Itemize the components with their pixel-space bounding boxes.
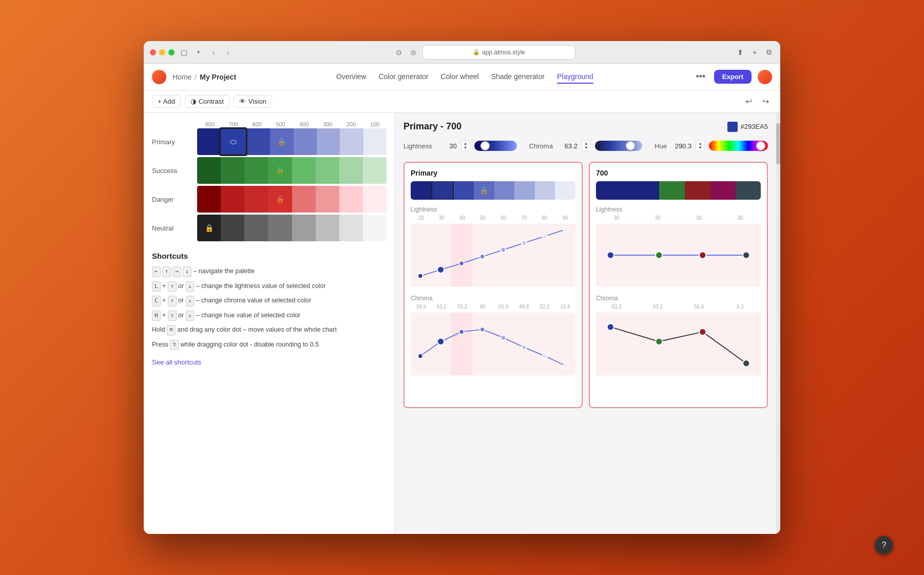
windows-icon[interactable]: ⧉ bbox=[764, 47, 774, 57]
danger-600[interactable] bbox=[244, 186, 268, 213]
maximize-button[interactable] bbox=[168, 49, 175, 55]
tab-color-wheel[interactable]: Color wheel bbox=[441, 70, 479, 84]
success-200[interactable] bbox=[339, 157, 363, 184]
minimize-button[interactable] bbox=[159, 49, 165, 55]
new-tab-icon[interactable]: + bbox=[749, 47, 760, 57]
hue-slider[interactable] bbox=[709, 141, 768, 151]
success-600[interactable] bbox=[244, 157, 268, 184]
scrollbar[interactable] bbox=[776, 113, 780, 534]
success-300[interactable] bbox=[316, 157, 339, 184]
row-label-danger: Danger bbox=[152, 196, 197, 203]
primary-500[interactable]: 🔒 bbox=[270, 128, 293, 155]
primary-400[interactable] bbox=[294, 128, 317, 155]
hue-control: Hue 290.3 ▲ ▼ bbox=[654, 140, 768, 151]
swatch-700-5[interactable] bbox=[736, 181, 761, 200]
see-all-shortcuts-link[interactable]: See all shortcuts bbox=[152, 358, 201, 366]
danger-100[interactable] bbox=[363, 186, 387, 213]
lightness-spinner[interactable]: ▲ ▼ bbox=[461, 140, 470, 151]
hue-spinner[interactable]: ▲ ▼ bbox=[696, 140, 705, 151]
redo-button[interactable]: ↪ bbox=[759, 94, 772, 108]
back-button[interactable]: ‹ bbox=[207, 46, 220, 59]
lock-icon-danger: 🔒 bbox=[276, 195, 284, 203]
primary-100[interactable] bbox=[363, 128, 387, 155]
success-500[interactable]: 🔒 bbox=[268, 157, 292, 184]
swatch-700-3[interactable] bbox=[685, 181, 710, 200]
vision-button[interactable]: 👁 Vision bbox=[234, 95, 272, 108]
export-button[interactable]: Export bbox=[714, 70, 752, 84]
success-100[interactable] bbox=[363, 157, 387, 184]
chart-panel-700: 700 Lightness 30 30 30 bbox=[589, 162, 768, 408]
address-bar[interactable]: 🔒 app.atmos.style bbox=[422, 45, 575, 60]
success-400[interactable] bbox=[292, 157, 316, 184]
danger-400[interactable] bbox=[292, 186, 316, 213]
danger-300[interactable] bbox=[316, 186, 339, 213]
avatar[interactable] bbox=[758, 70, 772, 84]
primary-700-selected[interactable]: ⬭ bbox=[219, 127, 247, 156]
neutral-400[interactable] bbox=[292, 215, 316, 241]
help-button[interactable]: ? bbox=[875, 536, 893, 554]
forward-button[interactable]: › bbox=[222, 46, 234, 59]
neutral-800[interactable]: 🔒 bbox=[197, 215, 221, 241]
danger-500[interactable]: 🔒 bbox=[268, 186, 292, 213]
neutral-700[interactable] bbox=[221, 215, 244, 241]
share-icon[interactable]: ⬆ bbox=[735, 47, 745, 57]
color-title: Primary - 700 bbox=[403, 121, 719, 132]
chroma-chart-title: Chroma bbox=[411, 295, 575, 302]
reader-icon[interactable]: ◎ bbox=[408, 47, 418, 57]
success-700[interactable] bbox=[221, 157, 244, 184]
swatch-p7[interactable] bbox=[535, 181, 555, 200]
danger-700[interactable] bbox=[221, 186, 244, 213]
tab-shade-generator[interactable]: Shade generator bbox=[491, 70, 545, 84]
swatch-p8[interactable] bbox=[555, 181, 575, 200]
chroma-down[interactable]: ▼ bbox=[584, 146, 588, 150]
chroma-thumb[interactable] bbox=[626, 141, 635, 150]
close-button[interactable] bbox=[150, 49, 156, 55]
col-label-300: 300 bbox=[316, 121, 339, 127]
contrast-button[interactable]: ◑ Contrast bbox=[185, 95, 229, 108]
row-label-primary: Primary bbox=[152, 138, 197, 146]
lock-icon-success: 🔒 bbox=[276, 166, 284, 175]
add-button[interactable]: + Add bbox=[152, 95, 181, 108]
swatch-700-2[interactable] bbox=[659, 181, 684, 200]
swatch-p2[interactable] bbox=[431, 181, 454, 200]
chroma-slider[interactable] bbox=[595, 141, 643, 151]
swatch-p5[interactable] bbox=[494, 181, 515, 200]
more-button[interactable]: ••• bbox=[694, 70, 708, 84]
scrollbar-thumb[interactable] bbox=[776, 123, 780, 164]
neutral-100[interactable] bbox=[363, 215, 387, 241]
swatch-p6[interactable] bbox=[514, 181, 535, 200]
tab-playground[interactable]: Playground bbox=[557, 70, 593, 84]
chroma-spinner[interactable]: ▲ ▼ bbox=[582, 140, 591, 151]
tab-color-generator[interactable]: Color generator bbox=[378, 70, 428, 84]
col-label-100: 100 bbox=[363, 121, 387, 127]
lightness-down[interactable]: ▼ bbox=[464, 146, 468, 150]
primary-300[interactable] bbox=[317, 128, 340, 155]
sidebar-icon[interactable]: ▢ bbox=[179, 47, 189, 57]
primary-600[interactable] bbox=[247, 128, 270, 155]
breadcrumb-separator: / bbox=[195, 73, 197, 81]
swatch-p3[interactable] bbox=[453, 181, 474, 200]
chevron-down-icon[interactable]: ▾ bbox=[193, 47, 203, 57]
swatch-700-1[interactable] bbox=[596, 181, 659, 200]
neutral-200[interactable] bbox=[339, 215, 363, 241]
primary-800[interactable] bbox=[197, 128, 220, 155]
neutral-300[interactable] bbox=[316, 215, 339, 241]
danger-200[interactable] bbox=[339, 186, 363, 213]
neutral-600[interactable] bbox=[244, 215, 268, 241]
success-800[interactable] bbox=[197, 157, 221, 184]
breadcrumb-project[interactable]: My Project bbox=[200, 73, 236, 81]
hue-label: Hue bbox=[654, 142, 667, 150]
hue-thumb[interactable] bbox=[756, 141, 765, 150]
swatch-p1[interactable] bbox=[411, 181, 431, 200]
neutral-500[interactable] bbox=[268, 215, 292, 241]
swatch-700-4[interactable] bbox=[710, 181, 735, 200]
lightness-thumb[interactable] bbox=[480, 141, 490, 150]
danger-800[interactable] bbox=[197, 186, 221, 213]
tab-overview[interactable]: Overview bbox=[336, 70, 366, 84]
primary-200[interactable] bbox=[340, 128, 363, 155]
hue-down[interactable]: ▼ bbox=[698, 146, 702, 150]
swatch-p4-lock[interactable]: 🔒 bbox=[474, 181, 494, 200]
lightness-slider[interactable] bbox=[474, 141, 517, 151]
breadcrumb-home[interactable]: Home bbox=[172, 73, 191, 81]
undo-button[interactable]: ↩ bbox=[742, 94, 755, 108]
